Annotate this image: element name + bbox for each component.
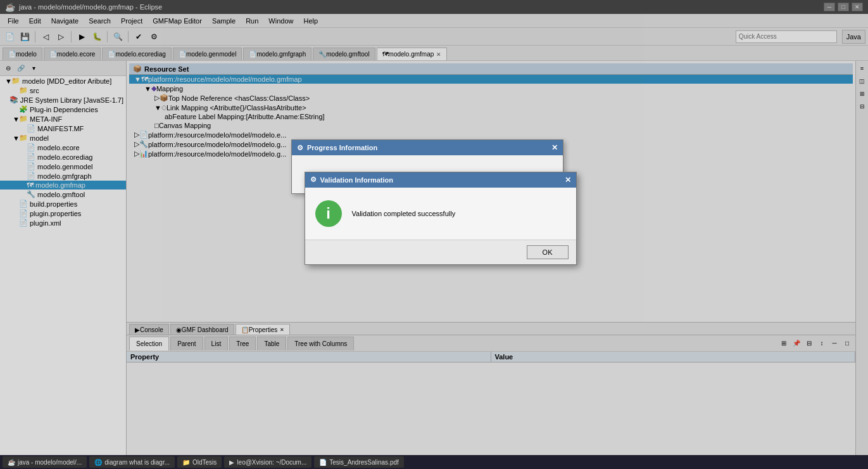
validation-message: Validation completed successfully [352, 210, 456, 217]
progress-dialog-close[interactable]: ✕ [551, 143, 558, 152]
validation-title: Validation Information [320, 176, 394, 184]
taskbar-item-browser[interactable]: 🌐 diagram what is diagr... [89, 456, 175, 468]
validation-footer: OK [305, 240, 576, 264]
validation-success-icon: i [315, 200, 342, 227]
progress-dialog-titlebar: ⚙ Progress Information ✕ [292, 140, 563, 155]
taskbar: ☕ java - modelo/model/... 🌐 diagram what… [0, 455, 868, 469]
dialog-overlay: ⚙ Progress Information ✕ ⚙ Validation In… [0, 0, 868, 455]
validation-body: i Validation completed successfully [305, 188, 576, 240]
taskbar-terminal-icon: ▶ [229, 459, 234, 466]
taskbar-item-terminal[interactable]: ▶ leo@Xvision: ~/Docum... [224, 456, 311, 468]
taskbar-item-eclipse[interactable]: ☕ java - modelo/model/... [3, 456, 87, 468]
taskbar-pdf-icon: 📄 [319, 459, 327, 466]
validation-dialog: ⚙ Validation Information ✕ i Validation … [305, 172, 577, 265]
progress-dialog-icon: ⚙ [297, 144, 303, 152]
taskbar-eclipse-icon: ☕ [8, 459, 15, 466]
taskbar-browser-icon: 🌐 [94, 459, 102, 466]
taskbar-item-pdf[interactable]: 📄 Tesis_AndresSalinas.pdf [314, 456, 404, 468]
progress-dialog-title: Progress Information [307, 144, 377, 151]
taskbar-files-icon: 📁 [182, 459, 190, 466]
ok-button[interactable]: OK [527, 245, 569, 259]
taskbar-item-files[interactable]: 📁 OldTesis [177, 456, 222, 468]
validation-close[interactable]: ✕ [565, 176, 571, 184]
validation-titlebar: ⚙ Validation Information ✕ [305, 172, 576, 188]
validation-icon: ⚙ [310, 176, 317, 184]
